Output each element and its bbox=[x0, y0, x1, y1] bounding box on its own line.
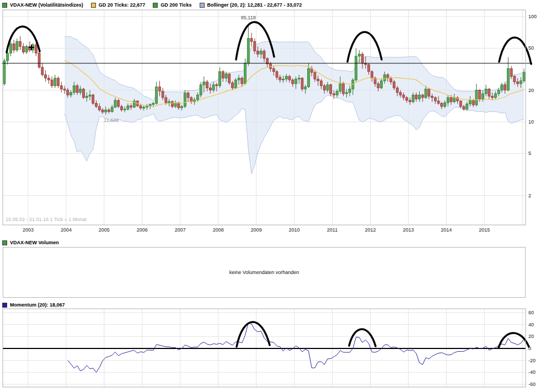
year-axis-label: 2013 bbox=[403, 227, 414, 233]
volume-panel: keine Volumendaten vorhanden bbox=[3, 247, 526, 298]
year-axis-label: 2009 bbox=[251, 227, 262, 233]
momentum-axis-label: -40 bbox=[528, 369, 536, 375]
gd20-series-label: GD 20 Ticks: 22,677 bbox=[99, 2, 145, 8]
year-axis-label: 2008 bbox=[213, 227, 224, 233]
vdax-series-icon bbox=[2, 3, 7, 8]
volume-panel-legend: VDAX-NEW Volumen bbox=[2, 239, 59, 246]
momentum-axis-label: 40 bbox=[528, 322, 534, 327]
gd20-series-icon bbox=[91, 3, 96, 8]
vdax-chart-page: 85,11811,64915.05.02 - 21.01.16 1 Tick =… bbox=[0, 0, 546, 392]
year-axis-label: 2012 bbox=[365, 227, 376, 233]
price-axis-label: 10 bbox=[528, 119, 534, 125]
momentum-axis-label: -20 bbox=[528, 358, 536, 363]
momentum-series-label: Momentum (20): 18,067 bbox=[10, 302, 65, 308]
year-axis-label: 2014 bbox=[441, 227, 452, 233]
momentum-panel: 6040200-20-40-60 bbox=[3, 309, 536, 387]
momentum-plot-area[interactable] bbox=[3, 309, 526, 387]
legend-item-gd20: GD 20 Ticks: 22,677 bbox=[91, 2, 145, 8]
low-value-label: 11,649 bbox=[104, 117, 119, 123]
bollinger-series-icon bbox=[200, 3, 205, 8]
vdax-series-label: VDAX-NEW (Volatilitätsindizes) bbox=[10, 2, 83, 8]
legend-item-gd200: GD 200 Ticks bbox=[153, 2, 191, 8]
date-range-info-text: 15.05.02 - 21.01.16 1 Tick = 1 Monat bbox=[6, 217, 87, 222]
legend-item-vdax: VDAX-NEW (Volatilitätsindizes) bbox=[2, 2, 83, 8]
year-axis-label: 2003 bbox=[23, 227, 34, 233]
price-axis-label: 50 bbox=[528, 45, 534, 51]
no-volume-message: keine Volumendaten vorhanden bbox=[229, 270, 299, 275]
high-value-label: 85,118 bbox=[241, 15, 256, 20]
momentum-axis-label: 60 bbox=[528, 310, 534, 315]
price-axis-label: 100 bbox=[528, 14, 537, 19]
price-panel: 85,11811,64915.05.02 - 21.01.16 1 Tick =… bbox=[2, 10, 537, 233]
price-axis-label: 2 bbox=[528, 193, 531, 198]
year-axis-label: 2007 bbox=[175, 227, 186, 233]
price-axis-label: 5 bbox=[528, 151, 531, 156]
momentum-panel-legend: Momentum (20): 18,067 bbox=[2, 302, 65, 308]
gd200-series-label: GD 200 Ticks bbox=[160, 2, 191, 8]
bollinger-series-label: Bollinger (20, 2): 12,281 - 22,677 - 33,… bbox=[207, 2, 302, 8]
legend-item-momentum: Momentum (20): 18,067 bbox=[2, 302, 65, 308]
gd200-series-icon bbox=[153, 3, 158, 8]
momentum-axis-label: -60 bbox=[528, 382, 536, 387]
volume-series-label: VDAX-NEW Volumen bbox=[10, 240, 59, 245]
year-axis-label: 2010 bbox=[289, 227, 300, 233]
momentum-axis-label: 20 bbox=[528, 334, 534, 339]
chart-canvas: 85,11811,64915.05.02 - 21.01.16 1 Tick =… bbox=[0, 0, 546, 392]
volume-series-icon bbox=[2, 240, 7, 245]
legend-item-bollinger: Bollinger (20, 2): 12,281 - 22,677 - 33,… bbox=[200, 2, 302, 8]
year-axis-label: 2015 bbox=[479, 227, 490, 233]
momentum-axis-label: 0 bbox=[528, 346, 531, 351]
price-panel-legend: VDAX-NEW (Volatilitätsindizes) GD 20 Tic… bbox=[2, 2, 302, 8]
year-axis-label: 2005 bbox=[99, 227, 110, 233]
year-axis-label: 2004 bbox=[61, 227, 72, 233]
legend-item-volume: VDAX-NEW Volumen bbox=[2, 240, 59, 245]
momentum-series-icon bbox=[2, 303, 7, 308]
year-axis-label: 2006 bbox=[137, 227, 148, 233]
year-axis-label: 2011 bbox=[327, 227, 338, 233]
price-axis-label: 20 bbox=[528, 88, 534, 93]
